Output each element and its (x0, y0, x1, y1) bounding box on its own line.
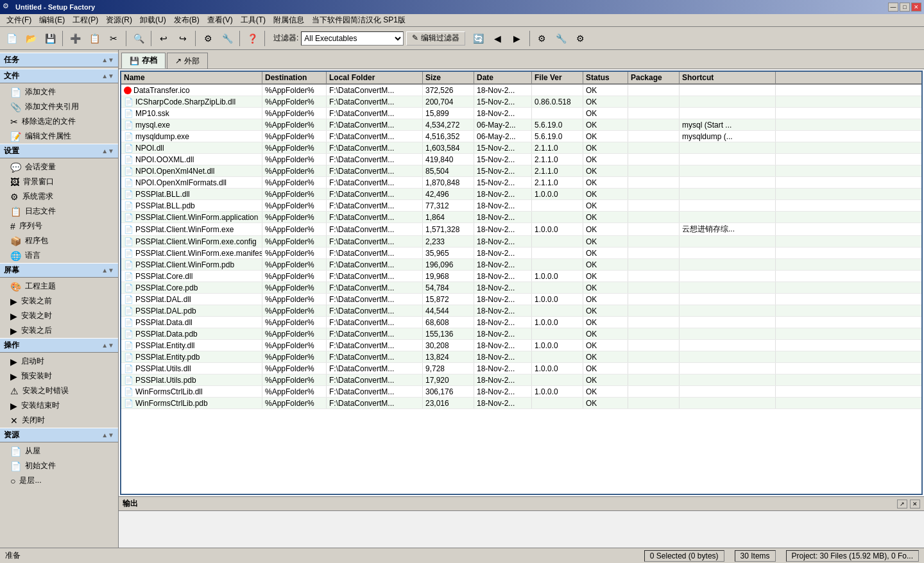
edit-filter-button[interactable]: ✎ 编辑过滤器 (406, 31, 465, 46)
table-row[interactable]: 📄NPOI.OpenXmlFormats.dll%AppFolder%F:\Da… (121, 177, 921, 189)
table-row[interactable]: 📄PSSPlat.DAL.dll%AppFolder%F:\DataConver… (121, 294, 921, 305)
close-button[interactable]: ✕ (911, 3, 921, 12)
table-row[interactable]: 📄WinFormsCtrlLib.pdb%AppFolder%F:\DataCo… (121, 398, 921, 409)
find-button[interactable]: 🔍 (130, 29, 148, 47)
sidebar-item-lang[interactable]: 🌐 语言 (0, 248, 118, 263)
sidebar-item-is-layer[interactable]: ○ 是层... (0, 473, 118, 488)
sidebar-item-install-error[interactable]: ⚠ 安装之时错误 (0, 383, 118, 398)
delete-button[interactable]: ✂ (105, 29, 123, 47)
menu-item-sp[interactable]: 当下软件园简洁汉化 SP1版 (308, 13, 409, 27)
col-status[interactable]: Status (583, 72, 628, 83)
sidebar-item-edit-file-props[interactable]: 📝 编辑文件属性 (0, 129, 118, 144)
sidebar-item-remove-file[interactable]: ✂ 移除选定的文件 (0, 114, 118, 129)
sidebar-item-session-var[interactable]: 💬 会话变量 (0, 160, 118, 174)
table-row[interactable]: 📄PSSPlat.Client.WinForm.exe.config%AppFo… (121, 236, 921, 248)
table-row[interactable]: 📄PSSPlat.BLL.pdb%AppFolder%F:\DataConver… (121, 200, 921, 212)
refresh-button[interactable]: 🔄 (470, 29, 488, 47)
maximize-button[interactable]: □ (900, 3, 910, 12)
tool2-button[interactable]: 🔧 (552, 29, 570, 47)
sidebar-item-pre-install2[interactable]: ▶ 预安装时 (0, 369, 118, 383)
sidebar-item-during-install[interactable]: ▶ 安装之时 (0, 308, 118, 323)
table-row[interactable]: 📄mysqldump.exe%AppFolder%F:\DataConvertM… (121, 131, 921, 142)
table-row[interactable]: DataTransfer.ico%AppFolder%F:\DataConver… (121, 85, 921, 96)
forward-button[interactable]: ▶ (508, 29, 526, 47)
menu-item-v[interactable]: 查看(V) (203, 13, 237, 27)
size-cell: 372,526 (423, 85, 474, 96)
file-list-body[interactable]: DataTransfer.ico%AppFolder%F:\DataConver… (121, 85, 921, 494)
redo-button[interactable]: ↪ (174, 29, 192, 47)
table-row[interactable]: 📄ICSharpCode.SharpZipLib.dll%AppFolder%F… (121, 96, 921, 108)
open-button[interactable]: 📂 (22, 29, 40, 47)
table-row[interactable]: 📄PSSPlat.Client.WinForm.pdb%AppFolder%F:… (121, 259, 921, 271)
size-cell: 30,208 (423, 340, 474, 351)
output-close-button[interactable]: ✕ (910, 500, 920, 508)
table-row[interactable]: 📄PSSPlat.Core.dll%AppFolder%F:\DataConve… (121, 271, 921, 282)
back-button[interactable]: ◀ (489, 29, 507, 47)
table-row[interactable]: 📄mysql.exe%AppFolder%F:\DataConvertM...4… (121, 119, 921, 131)
add2-button[interactable]: 📋 (85, 29, 103, 47)
save-button[interactable]: 💾 (41, 29, 59, 47)
table-row[interactable]: 📄PSSPlat.Client.WinForm.application%AppF… (121, 212, 921, 223)
sidebar-item-startup[interactable]: ▶ 启动时 (0, 354, 118, 369)
menu-item-e[interactable]: 编辑(E) (35, 13, 69, 27)
table-row[interactable]: 📄PSSPlat.Core.pdb%AppFolder%F:\DataConve… (121, 282, 921, 294)
help-button[interactable]: ❓ (243, 29, 261, 47)
table-row[interactable]: 📄PSSPlat.Data.pdb%AppFolder%F:\DataConve… (121, 328, 921, 340)
tool1-button[interactable]: ⚙ (533, 29, 551, 47)
menu-item-[interactable]: 附属信息 (270, 13, 308, 27)
tab-archive[interactable]: 💾 存档 (121, 53, 166, 69)
table-row[interactable]: 📄NPOI.dll%AppFolder%F:\DataConvertM...1,… (121, 142, 921, 154)
sidebar-item-serial[interactable]: # 序列号 (0, 219, 118, 233)
sidebar-item-post-install[interactable]: ▶ 安装之后 (0, 323, 118, 338)
tool3-button[interactable]: ⚙ (572, 29, 590, 47)
menu-item-t[interactable]: 工具(T) (237, 13, 270, 27)
table-row[interactable]: 📄NPOI.OOXML.dll%AppFolder%F:\DataConvert… (121, 154, 921, 165)
table-row[interactable]: 📄PSSPlat.BLL.dll%AppFolder%F:\DataConver… (121, 189, 921, 200)
col-date[interactable]: Date (474, 72, 532, 83)
table-row[interactable]: 📄PSSPlat.Utils.pdb%AppFolder%F:\DataConv… (121, 374, 921, 386)
tab-external[interactable]: ↗ 外部 (167, 53, 208, 69)
col-shortcut[interactable]: Shortcut (680, 72, 776, 83)
sidebar-item-log-file[interactable]: 📋 日志文件 (0, 204, 118, 219)
menu-item-b[interactable]: 发布(B) (170, 13, 203, 27)
sidebar-item-sys-req[interactable]: ⚙ 系统需求 (0, 189, 118, 204)
table-row[interactable]: 📄PSSPlat.Data.dll%AppFolder%F:\DataConve… (121, 317, 921, 328)
table-row[interactable]: 📄PSSPlat.Entity.pdb%AppFolder%F:\DataCon… (121, 351, 921, 363)
new-button[interactable]: 📄 (3, 29, 21, 47)
sidebar-item-init-file[interactable]: 📄 初始文件 (0, 458, 118, 473)
sidebar-item-bg-window[interactable]: 🖼 背景窗口 (0, 174, 118, 189)
settings2-button[interactable]: 🔧 (218, 29, 236, 47)
menu-item-f[interactable]: 文件(F) (3, 13, 35, 27)
table-row[interactable]: 📄MP10.ssk%AppFolder%F:\DataConvertM...15… (121, 108, 921, 119)
col-file-ver[interactable]: File Ver (532, 72, 583, 83)
sidebar-item-add-file[interactable]: 📄 添加文件 (0, 85, 118, 99)
menu-item-u[interactable]: 卸载(U) (136, 13, 170, 27)
col-local-folder[interactable]: Local Folder (327, 72, 423, 83)
table-row[interactable]: 📄PSSPlat.DAL.pdb%AppFolder%F:\DataConver… (121, 305, 921, 317)
sidebar-item-close[interactable]: ✕ 关闭时 (0, 413, 118, 428)
table-row[interactable]: 📄NPOI.OpenXml4Net.dll%AppFolder%F:\DataC… (121, 165, 921, 177)
menu-item-r[interactable]: 资源(R) (102, 13, 136, 27)
sidebar-item-eng-theme[interactable]: 🎨 工程主题 (0, 279, 118, 294)
col-name[interactable]: Name (121, 72, 262, 83)
menu-item-p[interactable]: 工程(P) (69, 13, 102, 27)
filter-select[interactable]: All ExecutablesAll FilesDLL FilesEXE Fil… (301, 31, 404, 46)
table-row[interactable]: 📄PSSPlat.Client.WinForm.exe.manifest%App… (121, 248, 921, 259)
undo-button[interactable]: ↩ (155, 29, 173, 47)
table-row[interactable]: 📄WinFormsCtrlLib.dll%AppFolder%F:\DataCo… (121, 386, 921, 398)
settings-button[interactable]: ⚙ (199, 29, 217, 47)
sidebar-item-pkg[interactable]: 📦 程序包 (0, 233, 118, 248)
col-package[interactable]: Package (628, 72, 680, 83)
col-destination[interactable]: Destination (262, 72, 327, 83)
sidebar-item-from-scratch[interactable]: 📄 从屋 (0, 444, 118, 458)
sidebar-item-pre-install[interactable]: ▶ 安装之前 (0, 294, 118, 308)
sidebar-item-add-file-ref[interactable]: 📎 添加文件夹引用 (0, 99, 118, 114)
minimize-button[interactable]: — (888, 3, 898, 12)
sidebar-item-install-finish[interactable]: ▶ 安装结束时 (0, 398, 118, 413)
output-float-button[interactable]: ↗ (897, 500, 907, 508)
add-button[interactable]: ➕ (66, 29, 84, 47)
table-row[interactable]: 📄PSSPlat.Client.WinForm.exe%AppFolder%F:… (121, 223, 921, 236)
table-row[interactable]: 📄PSSPlat.Utils.dll%AppFolder%F:\DataConv… (121, 363, 921, 374)
col-size[interactable]: Size (423, 72, 474, 83)
table-row[interactable]: 📄PSSPlat.Entity.dll%AppFolder%F:\DataCon… (121, 340, 921, 351)
